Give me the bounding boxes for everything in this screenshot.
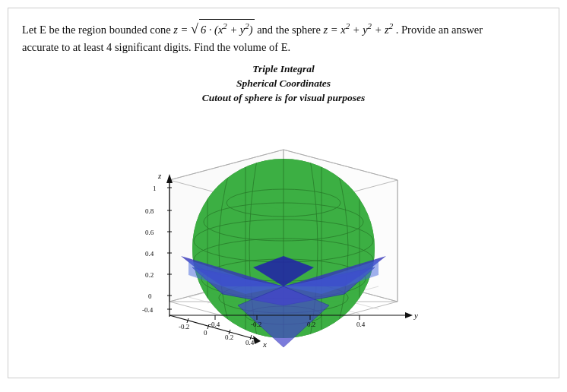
sphere-equation: z = x2 + y2 + z2	[324, 24, 394, 36]
title-line2: Spherical Coordinates	[236, 77, 331, 89]
svg-text:-0.2: -0.2	[251, 321, 261, 328]
y-axis-label: y	[413, 311, 418, 320]
problem-text: Let E be the region bounded cone z = √6 …	[22, 19, 545, 56]
svg-marker-42	[253, 336, 261, 344]
connector-text: and the sphere	[257, 24, 323, 36]
svg-text:0.2: 0.2	[145, 271, 154, 279]
svg-marker-44	[405, 312, 413, 318]
cone-equation: z = √6 · (x2 + y2)	[173, 24, 254, 36]
svg-text:0: 0	[204, 329, 207, 337]
svg-text:0.2: 0.2	[225, 334, 233, 341]
svg-text:0.4: 0.4	[356, 321, 366, 328]
svg-text:0.4: 0.4	[245, 339, 255, 346]
problem-suffix: . Provide an answer	[396, 24, 483, 36]
diagram-title: Triple Integral Spherical Coordinates Cu…	[202, 62, 366, 106]
diagram-area: z x y 1 0.8 0.6 0.4 0.2 0 -0.4	[124, 112, 443, 370]
svg-text:0.4: 0.4	[145, 250, 154, 258]
svg-text:0.8: 0.8	[145, 207, 154, 215]
problem-line2: accurate to at least 4 significant digit…	[22, 41, 290, 53]
svg-text:0: 0	[148, 292, 152, 300]
plot-svg: z x y 1 0.8 0.6 0.4 0.2 0 -0.4	[124, 112, 443, 370]
svg-marker-40	[166, 174, 173, 183]
page: Let E be the region bounded cone z = √6 …	[8, 8, 559, 378]
svg-text:-0.4: -0.4	[142, 306, 154, 314]
title-line1: Triple Integral	[252, 63, 315, 74]
svg-text:0.2: 0.2	[307, 321, 315, 328]
z-axis-label: z	[157, 171, 162, 180]
title-line3: Cutout of sphere is for visual purposes	[202, 92, 366, 103]
problem-line1: Let E be the region bounded cone z = √6 …	[22, 24, 483, 36]
diagram-container: Triple Integral Spherical Coordinates Cu…	[22, 62, 545, 370]
svg-text:-0.4: -0.4	[209, 321, 220, 328]
svg-text:-0.2: -0.2	[179, 323, 189, 330]
svg-text:1: 1	[153, 185, 157, 192]
x-axis-label: x	[262, 340, 267, 349]
svg-text:0.6: 0.6	[145, 229, 154, 236]
